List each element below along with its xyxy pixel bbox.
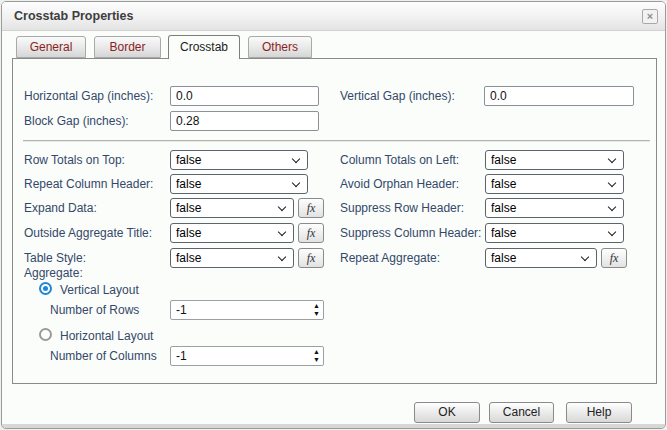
help-button[interactable]: Help (566, 402, 632, 423)
dialog-title: Crosstab Properties (14, 9, 133, 23)
cancel-button[interactable]: Cancel (489, 402, 554, 423)
tab-crosstab[interactable]: Crosstab (168, 35, 240, 59)
dialog-bottom-edge (2, 424, 665, 428)
tab-general[interactable]: General (16, 36, 86, 58)
ok-button[interactable]: OK (414, 402, 480, 423)
close-icon[interactable]: × (642, 9, 658, 24)
tab-content-panel (12, 58, 657, 384)
tab-border[interactable]: Border (94, 36, 161, 58)
tab-others[interactable]: Others (248, 36, 312, 58)
crosstab-properties-dialog: Crosstab Properties × General Border Cro… (1, 1, 666, 429)
